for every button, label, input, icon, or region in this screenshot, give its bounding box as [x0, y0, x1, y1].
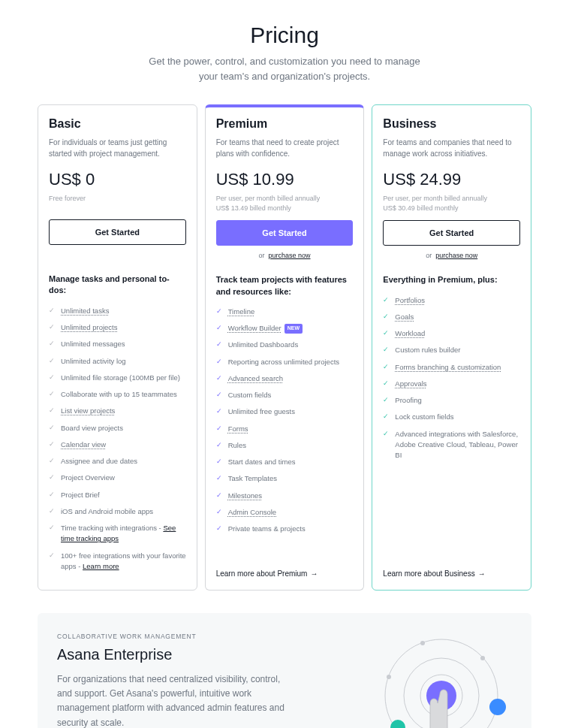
feature-item: Unlimited messages — [49, 339, 186, 349]
enterprise-content: COLLABORATIVE WORK MANAGEMENT Asana Ente… — [57, 633, 297, 728]
features-list-premium: TimelineWorkflow BuilderNEWUnlimited Das… — [216, 307, 354, 559]
feature-link[interactable]: Timeline — [228, 307, 255, 316]
feature-item: Board view projects — [49, 423, 186, 433]
page-subtitle: Get the power, control, and customizatio… — [38, 54, 531, 83]
svg-point-6 — [420, 641, 425, 645]
get-started-button[interactable]: Get Started — [383, 220, 520, 246]
feature-link[interactable]: See time tracking apps — [61, 524, 176, 542]
feature-item: Forms — [216, 424, 354, 434]
purchase-now-link[interactable]: purchase now — [269, 252, 311, 259]
feature-item: Rules — [216, 440, 354, 451]
svg-point-8 — [387, 675, 391, 679]
features-list-business: PortfoliosGoalsWorkloadCustom rules buil… — [383, 295, 520, 559]
feature-link[interactable]: Workflow Builder — [228, 324, 281, 332]
plan-business: Business For teams and companies that ne… — [372, 104, 531, 591]
plans-row: Basic For individuals or teams just gett… — [38, 104, 531, 591]
feature-link[interactable]: Unlimited projects — [61, 323, 118, 331]
plan-price: US$ 10.99 — [216, 170, 354, 189]
feature-link[interactable]: Goals — [395, 313, 414, 321]
feature-link[interactable]: List view projects — [61, 406, 115, 415]
purchase-line: or purchase now — [216, 252, 354, 261]
plan-price: US$ 0 — [49, 170, 186, 189]
svg-point-4 — [390, 720, 405, 728]
feature-item: Unlimited free guests — [216, 406, 354, 417]
feature-link[interactable]: Workload — [395, 329, 425, 337]
feature-item: Proofing — [383, 395, 520, 406]
feature-item: Goals — [383, 312, 520, 322]
feature-link[interactable]: Admin Console — [228, 508, 276, 516]
feature-item: Project Brief — [49, 490, 186, 500]
purchase-line — [49, 251, 186, 260]
feature-item: Assignee and due dates — [49, 456, 186, 467]
feature-item: Admin Console — [216, 507, 354, 518]
feature-link[interactable]: Advanced search — [228, 374, 283, 382]
feature-link[interactable]: Milestones — [228, 491, 262, 500]
enterprise-card: COLLABORATIVE WORK MANAGEMENT Asana Ente… — [38, 613, 531, 728]
feature-item: iOS and Android mobile apps — [49, 506, 186, 517]
page-title: Pricing — [38, 23, 531, 48]
pricing-page: Pricing Get the power, control, and cust… — [0, 0, 569, 728]
purchase-line: or purchase now — [383, 252, 520, 261]
feature-item: Task Templates — [216, 473, 354, 484]
feature-item: Unlimited file storage (100MB per file) — [49, 373, 186, 383]
feature-item: Workflow BuilderNEW — [216, 323, 354, 334]
svg-point-5 — [489, 699, 506, 715]
feature-item: Approvals — [383, 379, 520, 389]
feature-item: Advanced integrations with Salesforce, A… — [383, 429, 520, 461]
learn-more-business[interactable]: Learn more about Business→ — [383, 569, 520, 578]
feature-item: Unlimited Dashboards — [216, 340, 354, 350]
feature-link[interactable]: Unlimited tasks — [61, 307, 109, 315]
plan-name: Business — [383, 117, 520, 131]
new-badge: NEW — [284, 324, 303, 334]
feature-item: Custom rules builder — [383, 345, 520, 355]
features-title: Track team projects with features and re… — [216, 274, 354, 298]
plan-desc: For teams that need to create project pl… — [216, 137, 354, 159]
feature-item: Start dates and times — [216, 457, 354, 467]
plan-name: Basic — [49, 117, 186, 131]
feature-item: Unlimited tasks — [49, 306, 186, 316]
plan-price-note: Free forever — [49, 194, 186, 212]
enterprise-desc: For organizations that need centralized … — [57, 672, 297, 728]
feature-item: Timeline — [216, 307, 354, 317]
plan-desc: For individuals or teams just getting st… — [49, 137, 186, 159]
feature-item: Time tracking with integrations - See ti… — [49, 523, 186, 545]
feature-item: Private teams & projects — [216, 524, 354, 534]
get-started-button[interactable]: Get Started — [49, 219, 186, 245]
feature-link[interactable]: Forms — [228, 424, 248, 433]
feature-item: Workload — [383, 328, 520, 339]
features-title: Everything in Premium, plus: — [383, 274, 520, 285]
plan-price-note: Per user, per month billed annually US$ … — [383, 194, 520, 213]
feature-item: Forms branching & customization — [383, 362, 520, 373]
feature-item: Lock custom fields — [383, 412, 520, 422]
feature-item: List view projects — [49, 406, 186, 416]
feature-link[interactable]: Calendar view — [61, 440, 106, 449]
get-started-button[interactable]: Get Started — [216, 220, 354, 246]
enterprise-eyebrow: COLLABORATIVE WORK MANAGEMENT — [57, 633, 297, 640]
arrow-right-icon: → — [478, 569, 486, 578]
feature-item: Custom fields — [216, 390, 354, 400]
feature-item: Project Overview — [49, 473, 186, 483]
svg-point-7 — [480, 656, 485, 660]
plan-name: Premium — [216, 117, 354, 131]
feature-item: Advanced search — [216, 373, 354, 384]
enterprise-title: Asana Enterprise — [57, 646, 297, 663]
plan-basic: Basic For individuals or teams just gett… — [38, 104, 197, 591]
plan-premium: Premium For teams that need to create pr… — [205, 104, 365, 591]
hand-target-illustration — [351, 636, 516, 728]
feature-item: Calendar view — [49, 440, 186, 450]
plan-price: US$ 24.99 — [383, 170, 520, 189]
page-heading: Pricing Get the power, control, and cust… — [38, 23, 531, 83]
plan-desc: For teams and companies that need to man… — [383, 137, 520, 159]
feature-link[interactable]: Approvals — [395, 379, 426, 388]
feature-item: Portfolios — [383, 295, 520, 306]
features-list-basic: Unlimited tasksUnlimited projectsUnlimit… — [49, 306, 186, 578]
feature-item: Collaborate with up to 15 teammates — [49, 389, 186, 400]
feature-item: 100+ free integrations with your favorit… — [49, 551, 186, 572]
feature-link[interactable]: Learn more — [83, 562, 119, 570]
plan-price-note: Per user, per month billed annually US$ … — [216, 194, 354, 213]
feature-item: Unlimited projects — [49, 322, 186, 333]
feature-link[interactable]: Portfolios — [395, 296, 425, 304]
purchase-now-link[interactable]: purchase now — [435, 252, 477, 259]
learn-more-premium[interactable]: Learn more about Premium→ — [216, 569, 354, 578]
feature-link[interactable]: Forms branching & customization — [395, 363, 501, 371]
